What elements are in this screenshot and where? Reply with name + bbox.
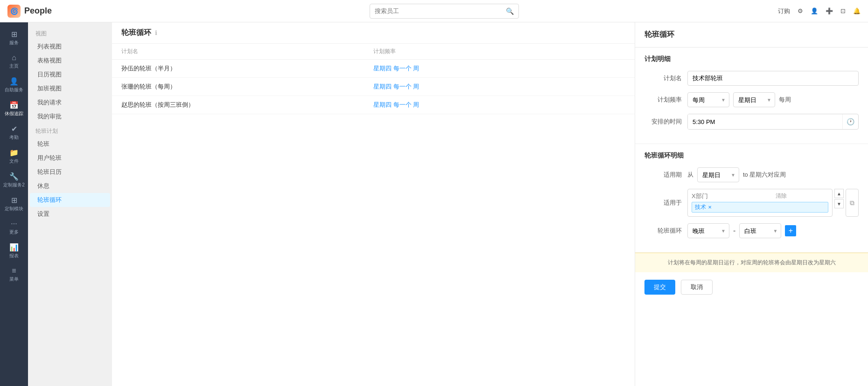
sec-section-shift-plan: 轮班计划 — [28, 124, 112, 137]
plan-detail-title: 计划明细 — [644, 55, 859, 63]
sec-item-shift-cycle[interactable]: 轮班循环 — [30, 193, 110, 207]
sidebar-label-menu: 菜单 — [9, 276, 19, 283]
sidebar-label-files: 文件 — [9, 158, 19, 165]
info-icon[interactable]: ℹ — [155, 29, 157, 36]
sidebar-item-more[interactable]: ··· 更多 — [0, 216, 28, 239]
custom-module-icon: ⊞ — [11, 196, 17, 205]
notification-icon[interactable]: 🔔 — [853, 7, 861, 14]
apply-tag-tech: 技术 ✕ — [692, 202, 828, 213]
info-text: 计划将在每周的星期日运行，对应周的轮班将会由星期日改为星期六 — [668, 259, 836, 266]
arrow-down-button[interactable]: ▼ — [834, 199, 844, 208]
more-icon: ··· — [11, 220, 17, 228]
add-cycle-button[interactable]: + — [785, 225, 796, 236]
content-title: 轮班循环 — [121, 28, 151, 38]
plan-freq-label: 计划频率 — [644, 96, 682, 104]
freq-select2[interactable]: 星期日 — [733, 92, 775, 107]
copy-button[interactable]: ⧉ — [846, 189, 859, 217]
main-content: 轮班循环 ℹ 计划名 计划频率 孙伍的轮班（半月） 星期四 每一个 周 张珊的轮… — [112, 22, 635, 386]
sidebar-label-home: 主页 — [9, 63, 19, 69]
cycle-label: 轮班循环 — [644, 227, 682, 235]
freq-row: 每周 ▼ 星期日 ▼ 每周 — [687, 92, 859, 107]
sidebar-label-custom2: 定制服务2 — [3, 182, 25, 188]
sidebar-item-files[interactable]: 📁 文件 — [0, 145, 28, 168]
period-select[interactable]: 星期日 — [697, 167, 739, 182]
table-row[interactable]: 孙伍的轮班（半月） 星期四 每一个 周 — [112, 60, 635, 78]
sidebar-item-attendance[interactable]: ✔ 考勤 — [0, 121, 28, 145]
apply-arrows: ▲ ▼ — [834, 189, 844, 208]
leave-icon: 📅 — [9, 101, 19, 110]
sidebar-label-leave: 休假追踪 — [5, 110, 23, 117]
time-input[interactable] — [688, 114, 842, 129]
apply-box-col: 清除 技术 ✕ — [687, 189, 833, 217]
attendance-icon: ✔ — [11, 124, 17, 133]
clear-button[interactable]: 清除 — [776, 192, 787, 200]
period-select-wrapper: 星期日 ▼ — [697, 167, 739, 182]
sidebar-label-custom-module: 定制模块 — [5, 206, 23, 212]
apply-area: 清除 技术 ✕ ▲ ▼ — [687, 189, 859, 217]
apply-label: 适用于 — [644, 199, 682, 207]
apply-box-input[interactable] — [692, 193, 770, 200]
search-box: 🔍 — [370, 4, 519, 19]
logo-area: 🌀 People — [7, 5, 110, 18]
sidebar-item-custom-module[interactable]: ⊞ 定制模块 — [0, 192, 28, 216]
freq-select1[interactable]: 每周 — [687, 92, 729, 107]
schedule-time-control: 🕐 — [687, 114, 859, 130]
content-header: 轮班循环 ℹ — [112, 22, 635, 44]
apply-box[interactable]: 清除 技术 ✕ — [687, 189, 833, 217]
search-icon: 🔍 — [506, 7, 514, 15]
sec-item-user-shift[interactable]: 用户轮班 — [30, 151, 110, 165]
user-icon[interactable]: 👤 — [811, 7, 818, 14]
sec-item-calendar-view[interactable]: 日历视图 — [30, 68, 110, 82]
sec-item-overtime-view[interactable]: 加班视图 — [30, 82, 110, 96]
arrow-up-button[interactable]: ▲ — [834, 189, 844, 198]
cancel-button[interactable]: 取消 — [681, 280, 713, 295]
period-row: 适用期 从 星期日 ▼ to 星期六对应周 — [644, 167, 859, 182]
right-panel-header: 轮班循环 — [635, 22, 868, 48]
col-plan-name: 计划名 — [121, 48, 373, 55]
sidebar-item-menu[interactable]: ≡ 菜单 — [0, 263, 28, 286]
sidebar-item-self-service[interactable]: 👤 自助服务 — [0, 73, 28, 97]
plan-name-label: 计划名 — [644, 74, 682, 83]
period-to-label: to 星期六对应周 — [743, 171, 786, 179]
sidebar-item-service[interactable]: ⊞ 服务 — [0, 26, 28, 50]
plan-freq-control: 每周 ▼ 星期日 ▼ 每周 — [687, 92, 859, 107]
sec-item-list-view[interactable]: 列表视图 — [30, 40, 110, 54]
sidebar-item-custom2[interactable]: 🔧 定制服务2 — [0, 168, 28, 192]
sec-item-shift[interactable]: 轮班 — [30, 137, 110, 151]
sidebar-label-reports: 报表 — [9, 253, 19, 259]
tag-close-icon[interactable]: ✕ — [708, 205, 712, 210]
header-actions: 订购 ⚙ 👤 ➕ ⊡ 🔔 — [778, 7, 861, 15]
help-icon[interactable]: ⊡ — [840, 7, 846, 14]
service-icon: ⊞ — [11, 30, 17, 39]
sec-item-shift-calendar[interactable]: 轮班日历 — [30, 165, 110, 179]
add-icon[interactable]: ➕ — [826, 7, 833, 14]
cycle-select1[interactable]: 晚班 — [687, 223, 729, 238]
left-sidebar: ⊞ 服务 ⌂ 主页 👤 自助服务 📅 休假追踪 ✔ 考勤 📁 文件 🔧 定制服务… — [0, 22, 28, 386]
table-row[interactable]: 张珊的轮班（每周） 星期四 每一个 周 — [112, 78, 635, 96]
search-input[interactable] — [375, 7, 506, 14]
subscribe-button[interactable]: 订购 — [778, 7, 790, 15]
settings-icon[interactable]: ⚙ — [798, 7, 803, 14]
sidebar-item-reports[interactable]: 📊 报表 — [0, 239, 28, 263]
sidebar-item-leave[interactable]: 📅 休假追踪 — [0, 97, 28, 121]
sec-item-break[interactable]: 休息 — [30, 179, 110, 193]
app-title: People — [24, 6, 52, 16]
submit-button[interactable]: 提交 — [644, 280, 675, 295]
schedule-time-label: 安排的时间 — [644, 117, 682, 126]
row-name-1: 张珊的轮班（每周） — [121, 83, 373, 91]
cycle-select2[interactable]: 白班 — [739, 223, 781, 238]
row-name-2: 赵思的轮班（按周三班倒） — [121, 101, 373, 109]
period-inner-row: 从 星期日 ▼ to 星期六对应周 — [687, 167, 859, 182]
sidebar-label-service: 服务 — [9, 40, 19, 46]
clock-icon: 🕐 — [842, 114, 858, 129]
cycle-detail-title: 轮班循环明细 — [644, 152, 859, 160]
plan-name-input[interactable] — [687, 71, 859, 86]
sec-item-my-request[interactable]: 我的请求 — [30, 96, 110, 110]
sec-item-table-view[interactable]: 表格视图 — [30, 54, 110, 68]
secondary-sidebar: 视图 列表视图 表格视图 日历视图 加班视图 我的请求 我的审批 轮班计划 轮班… — [28, 22, 112, 386]
sec-item-settings[interactable]: 设置 — [30, 207, 110, 221]
sec-item-my-approval[interactable]: 我的审批 — [30, 110, 110, 124]
sidebar-item-home[interactable]: ⌂ 主页 — [0, 50, 28, 73]
table-header: 计划名 计划频率 — [112, 44, 635, 60]
table-row[interactable]: 赵思的轮班（按周三班倒） 星期四 每一个 周 — [112, 96, 635, 114]
